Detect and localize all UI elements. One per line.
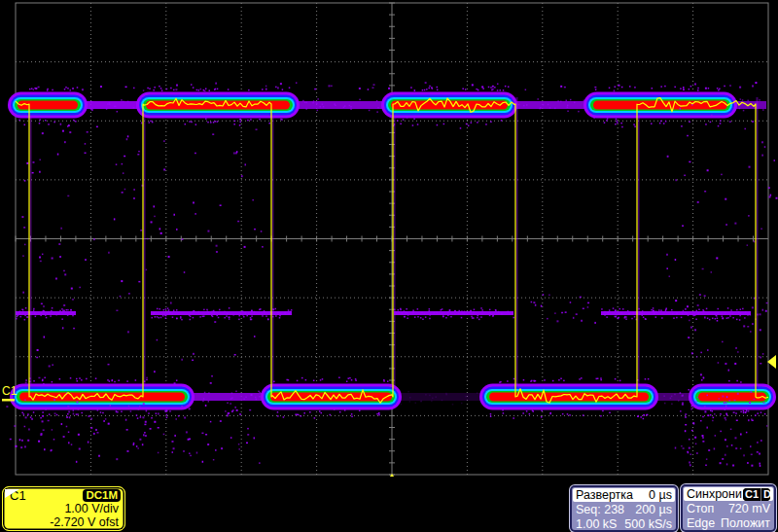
trigger-mode: Стоп — [687, 502, 714, 516]
trigger-title: Синхрони — [687, 487, 742, 501]
timebase-delay: 0 µs — [649, 488, 672, 502]
trigger-type: Edge — [687, 516, 715, 531]
volts-per-div: 1.00 V/div — [3, 502, 124, 515]
trigger-level-value: 720 mV — [728, 502, 770, 516]
timebase-info-box[interactable]: Развертка 0 µs Seq: 238 200 µs 1.00 kS 5… — [570, 485, 678, 532]
active-channel-wedge-icon — [5, 489, 19, 498]
sample-count: 1.00 kS — [576, 517, 617, 532]
oscilloscope-screen: C1 C1 DC1M 1.00 V/div -2.720 V ofst Разв… — [0, 0, 778, 532]
channel-offset: -2.720 V ofst — [3, 515, 124, 529]
timebase-title: Развертка — [576, 488, 633, 502]
trigger-info-box[interactable]: Синхрони C1 DC Стоп 720 mV Edge Положит — [681, 484, 776, 532]
coupling-badge: DC1M — [83, 489, 121, 502]
time-per-div: 200 µs — [635, 503, 672, 517]
sequence-count: Seq: 238 — [576, 503, 624, 517]
waveform-display: C1 — [0, 0, 778, 477]
trigger-source-badge: C1 — [743, 488, 761, 501]
trigger-slope: Положит — [721, 516, 770, 531]
sample-rate: 500 kS/s — [624, 517, 672, 532]
trigger-coupling-badge: DC — [761, 488, 770, 501]
channel-info-box[interactable]: C1 DC1M 1.00 V/div -2.720 V ofst — [2, 486, 125, 531]
trigger-source-badges: C1 DC — [743, 488, 770, 501]
channel-position-indicator[interactable]: C1 — [2, 384, 18, 398]
